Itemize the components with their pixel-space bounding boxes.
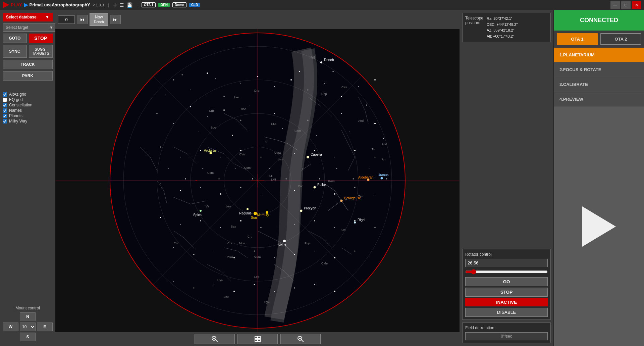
mount-east-button[interactable]: E [37, 323, 53, 331]
svg-text:Lep: Lep [254, 275, 259, 279]
mount-control-label: Mount control [3, 306, 53, 310]
settings-icon[interactable]: ☰ [120, 2, 124, 8]
checkbox-row-constellation: Constellation [3, 103, 53, 107]
svg-point-97 [354, 187, 355, 188]
svg-rect-238 [258, 339, 260, 342]
goto-button[interactable]: GOTO [3, 34, 27, 43]
svg-point-62 [307, 89, 308, 90]
svg-text:Mercury: Mercury [257, 213, 269, 217]
svg-point-117 [314, 251, 315, 251]
svg-text:Sun: Sun [251, 216, 257, 219]
svg-text:CrB: CrB [209, 109, 214, 112]
sugg-targets-button[interactable]: SUGG. TARGETS [29, 45, 53, 58]
rotator-value-input[interactable] [465, 259, 548, 267]
now-button[interactable]: Now Deneb [90, 13, 108, 26]
svg-text:Aldebaran: Aldebaran [358, 176, 374, 179]
svg-point-141 [366, 104, 367, 105]
preview-arrow-area[interactable] [554, 107, 644, 346]
svg-point-78 [180, 157, 181, 157]
svg-point-70 [207, 116, 208, 117]
ota1-badge-label[interactable]: OTA 1 [142, 2, 156, 7]
menu-item-focus_rotate[interactable]: 2.FOCUS & ROTATE [554, 62, 644, 77]
checkbox-label-planets: Planets [9, 113, 22, 118]
minimize-button[interactable]: — [610, 1, 620, 9]
select-target-dropdown[interactable]: Select target ▼ [3, 23, 56, 32]
ota1-button[interactable]: OTA 1 [557, 33, 598, 45]
menu-item-preview[interactable]: 4.PREVIEW [554, 92, 644, 107]
dome-badge-label[interactable]: Dome [172, 2, 186, 7]
svg-point-131 [199, 132, 199, 132]
toolbar-icons: ✛ ☰ 💾 [113, 2, 132, 8]
svg-point-61 [290, 79, 292, 81]
fastforward-button[interactable]: ⏭ [110, 15, 121, 24]
ota2-button[interactable]: OTA 2 [600, 33, 641, 45]
close-button[interactable]: ✕ [632, 1, 641, 9]
telescope-coords: Ra: 20°37'42.1" DEC: +44°12'49.2" AZ: 35… [487, 16, 518, 39]
svg-point-73 [274, 113, 275, 114]
zoom-out-button[interactable] [280, 334, 321, 344]
svg-point-140 [350, 132, 350, 132]
svg-text:UMi: UMi [271, 122, 276, 126]
svg-point-92 [240, 187, 241, 188]
track-button[interactable]: TRACK [3, 60, 53, 69]
svg-point-105 [294, 224, 295, 225]
svg-text:LMi: LMi [268, 175, 273, 178]
mount-west-button[interactable]: W [3, 323, 18, 331]
svg-text:Crv: Crv [174, 242, 178, 245]
select-database-button[interactable]: Select database ▼ [3, 13, 53, 21]
svg-point-100 [180, 224, 181, 225]
park-button[interactable]: PARK [3, 71, 53, 81]
mount-control: Mount control N W 10 5 1 20 E S [3, 304, 53, 343]
telescope-position-box: Telescopeposition: Ra: 20°37'42.1" DEC: … [462, 13, 551, 42]
svg-point-127 [314, 284, 315, 285]
svg-point-118 [334, 257, 335, 258]
svg-text:Dra: Dra [254, 89, 259, 92]
checkbox-constellation[interactable] [3, 103, 7, 107]
svg-point-152 [319, 178, 320, 179]
rotator-disable-button[interactable]: DISABLE [465, 308, 548, 317]
dropdown-arrow-icon: ▼ [49, 25, 53, 30]
rewind-button[interactable]: ⏮ [77, 15, 88, 24]
svg-point-147 [235, 168, 236, 169]
rotator-slider[interactable] [465, 269, 548, 275]
fit-button[interactable] [237, 334, 278, 344]
mount-speed-select[interactable]: 10 5 1 20 [20, 323, 36, 331]
stop-button[interactable]: STOP [29, 34, 53, 43]
crosshair-icon[interactable]: ✛ [113, 2, 117, 8]
rotator-stop-button[interactable]: STOP [465, 288, 548, 297]
rotator-control-box: Rotator control GO STOP INACTIVE DISABLE [462, 249, 551, 320]
svg-point-123 [233, 291, 235, 292]
checkbox-eq[interactable] [3, 98, 7, 102]
field-derotation-input[interactable] [465, 332, 548, 340]
maximize-button[interactable]: □ [621, 1, 631, 9]
checkbox-names[interactable] [3, 108, 7, 113]
star-map-container[interactable]: Deneb Capella Pollux Procyon Sirius Bete… [55, 29, 460, 332]
checkbox-label-names: Names [9, 108, 22, 113]
rotator-go-button[interactable]: GO [465, 277, 548, 286]
zoom-in-button[interactable] [195, 334, 235, 344]
sync-button[interactable]: SYNC [3, 45, 27, 58]
arrow-icon: ▶ [24, 2, 28, 8]
svg-text:Uranus: Uranus [378, 173, 388, 177]
menu-item-planetarium[interactable]: 1.PLANETARIUM [554, 48, 644, 62]
svg-point-65 [358, 86, 359, 87]
mount-north-button[interactable]: N [20, 312, 36, 321]
svg-point-129 [165, 95, 166, 95]
save-icon[interactable]: 💾 [127, 2, 132, 8]
svg-text:Cnc: Cnc [298, 185, 304, 188]
rotator-inactive-button[interactable]: INACTIVE [465, 298, 548, 306]
svg-text:Lyn: Lyn [278, 158, 282, 161]
checkbox-milkyway[interactable] [3, 119, 7, 123]
svg-point-115 [274, 257, 275, 258]
svg-text:Com: Com [244, 166, 251, 169]
svg-point-126 [294, 287, 295, 288]
svg-text:LMi: LMi [271, 178, 276, 181]
svg-point-80 [220, 157, 221, 157]
checkbox-altaz[interactable] [3, 92, 7, 97]
checkbox-planets[interactable] [3, 114, 7, 118]
checkbox-label-constellation: Constellation [9, 103, 32, 107]
menu-item-calibrate[interactable]: 3.CALIBRATE [554, 77, 644, 92]
svg-point-113 [233, 257, 235, 258]
mount-south-button[interactable]: S [20, 333, 36, 341]
map-options: AltAz gridEQ gridConstellationNamesPlane… [3, 91, 53, 123]
